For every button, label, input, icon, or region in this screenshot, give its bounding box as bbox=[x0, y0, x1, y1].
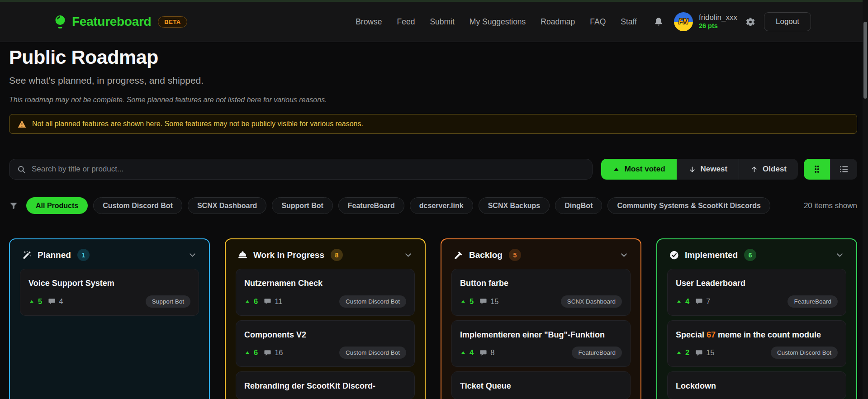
speech-bubble-icon bbox=[695, 349, 703, 356]
product-filter-support-bot[interactable]: Support Bot bbox=[272, 197, 332, 214]
gear-icon[interactable] bbox=[745, 16, 756, 28]
column-count-badge: 8 bbox=[331, 249, 343, 261]
suggestion-card[interactable]: Rebranding der ScootKit Discord- bbox=[236, 371, 415, 399]
product-tag: FeatureBoard bbox=[572, 347, 622, 359]
main-content: Public Roadmap See what's planned, in pr… bbox=[0, 46, 868, 399]
column-count-badge: 5 bbox=[509, 249, 521, 261]
card-meta: 54Support Bot bbox=[28, 295, 190, 308]
caret-up-icon[interactable] bbox=[460, 299, 466, 304]
product-filter-all-products[interactable]: All Products bbox=[26, 197, 88, 214]
suggestion-card[interactable]: Nutzernamen Check611Custom Discord Bot bbox=[236, 269, 415, 316]
search-box bbox=[9, 159, 593, 180]
sort-most-voted-button[interactable]: Most voted bbox=[601, 159, 677, 180]
search-icon bbox=[17, 165, 26, 174]
suggestion-card[interactable]: User Leaderboard47FeatureBoard bbox=[667, 269, 846, 316]
filter-row: All ProductsCustom Discord BotSCNX Dashb… bbox=[9, 197, 857, 214]
suggestion-card[interactable]: Ticket Queue bbox=[451, 371, 631, 399]
product-tag: Custom Discord Bot bbox=[339, 295, 406, 308]
product-tag: Support Bot bbox=[146, 295, 190, 308]
nav-link-feed[interactable]: Feed bbox=[397, 17, 415, 27]
product-filter-featureboard[interactable]: FeatureBoard bbox=[338, 197, 404, 214]
nav-link-submit[interactable]: Submit bbox=[430, 17, 454, 27]
brand-name: Featureboard bbox=[72, 14, 151, 29]
sort-oldest-button[interactable]: Oldest bbox=[739, 159, 798, 180]
list-view-button[interactable] bbox=[830, 159, 857, 180]
column-title: Implemented bbox=[685, 250, 738, 260]
warning-banner: Not all planned features are shown here.… bbox=[9, 114, 857, 134]
speech-bubble-icon bbox=[695, 298, 703, 305]
arrow-down-icon bbox=[688, 166, 696, 173]
comment-count: 4 bbox=[59, 297, 63, 306]
caret-up-icon[interactable] bbox=[244, 350, 251, 356]
card-meta: 48FeatureBoard bbox=[460, 347, 622, 359]
column-backlog: Backlog5Button farbe515SCNX DashboardImp… bbox=[441, 238, 641, 399]
page-disclaimer: This roadmap may not be complete. Some p… bbox=[9, 96, 857, 104]
caret-up-icon[interactable] bbox=[676, 350, 682, 356]
suggestion-card[interactable]: Lockdown bbox=[667, 371, 846, 399]
user-menu[interactable]: FN fridolin_xxx 26 pts bbox=[674, 12, 737, 31]
card-title: Nutzernamen Check bbox=[244, 278, 406, 289]
nav-link-roadmap[interactable]: Roadmap bbox=[541, 17, 575, 27]
caret-up-icon[interactable] bbox=[676, 299, 682, 304]
vote-count: 5 bbox=[38, 297, 42, 306]
product-filter-dcserver-link[interactable]: dcserver.link bbox=[410, 197, 473, 214]
card-meta: 215Custom Discord Bot bbox=[676, 347, 838, 359]
suggestion-card[interactable]: Implementieren einer "Bug"-Funktion48Fea… bbox=[451, 320, 631, 367]
user-points: 26 pts bbox=[699, 22, 737, 30]
avatar: FN bbox=[674, 12, 693, 31]
column-wip: Work in Progress8Nutzernamen Check611Cus… bbox=[225, 238, 426, 399]
chevron-down-icon[interactable] bbox=[403, 250, 413, 260]
search-input[interactable] bbox=[32, 165, 584, 174]
suggestion-card[interactable]: Button farbe515SCNX Dashboard bbox=[451, 269, 631, 316]
nav-link-staff[interactable]: Staff bbox=[621, 17, 637, 27]
nav-link-faq[interactable]: FAQ bbox=[590, 17, 606, 27]
column-header: Planned1 bbox=[20, 247, 199, 261]
caret-up-icon[interactable] bbox=[460, 350, 466, 356]
arrow-up-icon bbox=[750, 166, 758, 173]
nav-link-browse[interactable]: Browse bbox=[356, 17, 382, 27]
nav-link-my-suggestions[interactable]: My Suggestions bbox=[470, 17, 526, 27]
chevron-down-icon[interactable] bbox=[619, 250, 629, 260]
suggestion-card[interactable]: Voice Support System54Support Bot bbox=[20, 269, 199, 316]
page-scrollbar[interactable] bbox=[863, 0, 868, 399]
column-title: Planned bbox=[38, 250, 71, 260]
sort-newest-button[interactable]: Newest bbox=[677, 159, 740, 180]
user-meta: fridolin_xxx 26 pts bbox=[699, 13, 737, 30]
product-filter-community-systems-scootkit-discords[interactable]: Community Systems & ScootKit Discords bbox=[607, 197, 770, 214]
comment-count: 7 bbox=[706, 297, 710, 306]
card-title: Implementieren einer "Bug"-Funktion bbox=[460, 330, 622, 340]
card-meta: 47FeatureBoard bbox=[676, 295, 838, 308]
column-planned: Planned1Voice Support System54Support Bo… bbox=[9, 238, 210, 399]
items-shown-count: 20 items shown bbox=[804, 201, 857, 210]
sort-label: Newest bbox=[701, 165, 728, 174]
logout-button[interactable]: Logout bbox=[764, 12, 811, 31]
vote-count: 6 bbox=[254, 348, 258, 357]
speech-bubble-icon bbox=[264, 349, 271, 356]
scrollbar-thumb[interactable] bbox=[863, 22, 867, 99]
column-header: Work in Progress8 bbox=[236, 247, 415, 261]
card-title-highlight: 67 bbox=[707, 330, 716, 339]
grid-view-button[interactable] bbox=[804, 159, 830, 180]
product-pills: All ProductsCustom Discord BotSCNX Dashb… bbox=[26, 197, 770, 214]
vote-count: 6 bbox=[254, 297, 258, 306]
suggestion-card[interactable]: Special 67 meme in the count module215Cu… bbox=[667, 320, 846, 367]
caret-up-icon[interactable] bbox=[28, 299, 35, 304]
product-filter-dingbot[interactable]: DingBot bbox=[555, 197, 602, 214]
vote-count: 4 bbox=[470, 348, 474, 357]
check-circle-icon bbox=[669, 250, 679, 260]
sort-group: Most votedNewestOldest bbox=[601, 159, 798, 180]
bell-icon[interactable] bbox=[654, 16, 664, 27]
column-count-badge: 6 bbox=[744, 249, 756, 261]
caret-up-icon[interactable] bbox=[244, 299, 251, 304]
hammer-icon bbox=[453, 250, 464, 260]
suggestion-card[interactable]: Components V2616Custom Discord Bot bbox=[236, 320, 415, 367]
chevron-down-icon[interactable] bbox=[835, 250, 844, 260]
chevron-down-icon[interactable] bbox=[188, 250, 197, 260]
product-filter-scnx-backups[interactable]: SCNX Backups bbox=[479, 197, 550, 214]
product-tag: Custom Discord Bot bbox=[339, 347, 406, 359]
card-title: Lockdown bbox=[676, 381, 838, 391]
card-title: Special 67 meme in the count module bbox=[676, 330, 838, 340]
product-filter-custom-discord-bot[interactable]: Custom Discord Bot bbox=[93, 197, 182, 214]
brand[interactable]: Featureboard BETA bbox=[53, 14, 187, 29]
product-filter-scnx-dashboard[interactable]: SCNX Dashboard bbox=[188, 197, 266, 214]
